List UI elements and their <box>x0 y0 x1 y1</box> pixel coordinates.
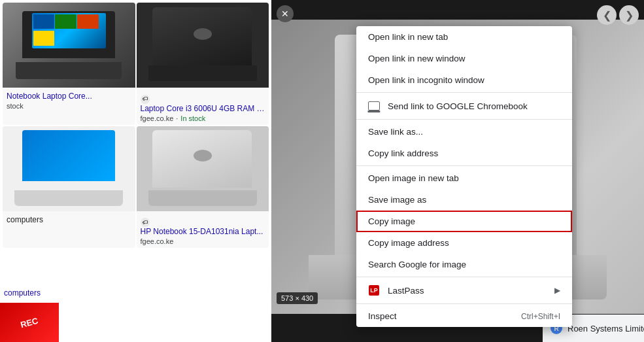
card-title-3: computers <box>7 215 131 224</box>
laptop-logo-4 <box>194 150 212 162</box>
menu-item-inspect[interactable]: Inspect Ctrl+Shift+I <box>356 305 572 327</box>
menu-item-copy-image-address[interactable]: Copy image address <box>356 232 572 254</box>
menu-item-save-link[interactable]: Save link as... <box>356 121 572 143</box>
nav-prev-button[interactable]: ❮ <box>597 5 617 25</box>
menu-separator-2 <box>356 119 572 120</box>
tag-icon-4: 🏷 <box>141 218 150 227</box>
promo-section: REC <box>0 303 59 342</box>
image-card-1[interactable]: Notebook Laptop Core... stock <box>3 3 135 125</box>
image-viewer-panel: ✕ ❮ ❯ 573 × 430 Open link in new tab Ope… <box>271 0 644 342</box>
arrow-icon: ▶ <box>554 286 560 295</box>
promo-text: REC <box>20 315 39 330</box>
menu-item-open-new-tab[interactable]: Open link in new tab <box>356 26 572 48</box>
chevron-left-icon: ❮ <box>603 9 611 22</box>
card-title-2: Laptop Core i3 6006U 4GB RAM 500G... <box>141 104 265 113</box>
chevron-right-icon: ❯ <box>625 9 634 22</box>
site-name: Roen Systems Limited <box>568 324 644 333</box>
menu-separator-4 <box>356 277 572 277</box>
menu-item-copy-image[interactable]: Copy image <box>356 211 572 232</box>
card-info-4: 🏷 HP Notebook 15-DA1031nia Lapt... fgee.… <box>137 211 269 248</box>
card-info-3: computers <box>3 211 135 227</box>
computers-label: computers <box>4 288 41 298</box>
menu-item-copy-link-address[interactable]: Copy link address <box>356 143 572 164</box>
laptop-screen-1 <box>32 13 106 49</box>
menu-item-send-chromebook[interactable]: Send link to GOOGLE Chromebook <box>356 94 572 118</box>
chromebook-icon <box>368 100 380 112</box>
image-card-3[interactable]: computers <box>3 126 135 248</box>
menu-separator-3 <box>356 165 572 166</box>
card-source-1: stock <box>7 102 131 110</box>
image-grid: Notebook Laptop Core... stock 🏷 Laptop C… <box>0 0 271 250</box>
image-results-panel: Notebook Laptop Core... stock 🏷 Laptop C… <box>0 0 271 342</box>
menu-separator-5 <box>356 303 572 304</box>
card-source-4: fgee.co.ke <box>141 237 265 245</box>
menu-item-save-image[interactable]: Save image as <box>356 189 572 211</box>
laptop-logo-2 <box>194 28 212 40</box>
image-card-4[interactable]: 🏷 HP Notebook 15-DA1031nia Lapt... fgee.… <box>137 126 269 248</box>
close-icon: ✕ <box>281 9 289 19</box>
menu-item-open-image-tab[interactable]: Open image in new tab <box>356 167 572 189</box>
image-dimensions-badge: 573 × 430 <box>277 292 318 304</box>
close-button[interactable]: ✕ <box>277 5 294 22</box>
card-title-4: HP Notebook 15-DA1031nia Lapt... <box>141 227 265 236</box>
card-title-1: Notebook Laptop Core... <box>7 92 131 101</box>
nav-next-button[interactable]: ❯ <box>619 5 639 25</box>
tag-icon-2: 🏷 <box>141 95 150 104</box>
menu-item-open-new-window[interactable]: Open link in new window <box>356 48 572 69</box>
lastpass-icon: LP <box>368 284 380 296</box>
menu-item-lastpass[interactable]: LP LastPass ▶ <box>356 279 572 302</box>
menu-separator-1 <box>356 92 572 93</box>
card-info-2: 🏷 Laptop Core i3 6006U 4GB RAM 500G... f… <box>137 88 269 125</box>
card-source-2: fgee.co.ke · In stock <box>141 114 265 122</box>
menu-item-search-google-image[interactable]: Search Google for image <box>356 254 572 275</box>
image-card-2[interactable]: 🏷 Laptop Core i3 6006U 4GB RAM 500G... f… <box>137 3 269 125</box>
context-menu: Open link in new tab Open link in new wi… <box>356 26 572 327</box>
menu-item-open-incognito[interactable]: Open link in incognito window <box>356 69 572 91</box>
card-info-1: Notebook Laptop Core... stock <box>3 88 135 112</box>
